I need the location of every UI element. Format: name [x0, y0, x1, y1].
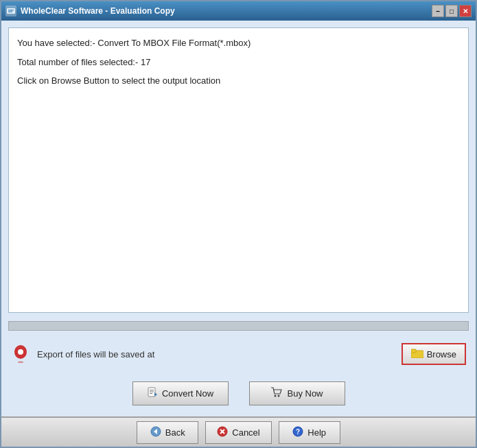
progress-bar-container: [8, 321, 469, 331]
cancel-label: Cancel: [232, 427, 259, 438]
app-icon: [5, 5, 16, 16]
progress-section: [8, 318, 469, 333]
content-area: You have selected:- Convert To MBOX File…: [1, 21, 476, 416]
svg-rect-2: [8, 10, 14, 11]
back-icon: [150, 426, 161, 439]
browse-label: Export of files will be saved at: [37, 349, 395, 359]
restore-button[interactable]: □: [445, 5, 458, 17]
minimize-button[interactable]: –: [432, 5, 444, 17]
app-window: WholeClear Software - Evaluation Copy – …: [0, 0, 477, 448]
window-title: WholeClear Software - Evaluation Copy: [21, 6, 432, 16]
location-pin-icon: [11, 344, 30, 364]
back-label: Back: [165, 427, 185, 438]
svg-point-5: [18, 349, 23, 355]
cart-icon: [270, 387, 283, 400]
browse-button-label: Browse: [427, 349, 456, 359]
svg-point-16: [278, 395, 280, 397]
svg-point-7: [18, 362, 23, 364]
convert-doc-icon: [147, 387, 158, 400]
svg-rect-1: [7, 8, 15, 14]
browse-row: Export of files will be saved at Browse: [8, 339, 469, 369]
buy-now-label: Buy Now: [287, 388, 323, 399]
nav-bar: Back Cancel ? Help: [1, 416, 476, 447]
info-line-2: Total number of files selected:- 17: [17, 56, 460, 69]
svg-rect-9: [411, 349, 416, 353]
svg-marker-14: [154, 392, 157, 397]
convert-now-label: Convert Now: [162, 388, 213, 399]
buy-now-button[interactable]: Buy Now: [249, 381, 345, 405]
svg-rect-11: [150, 390, 154, 390]
convert-now-button[interactable]: Convert Now: [132, 381, 229, 405]
svg-rect-13: [150, 393, 152, 394]
title-bar: WholeClear Software - Evaluation Copy – …: [1, 1, 476, 21]
cancel-icon: [217, 426, 228, 439]
help-button[interactable]: ? Help: [279, 421, 340, 444]
cancel-button[interactable]: Cancel: [205, 421, 271, 444]
svg-point-15: [275, 395, 277, 397]
info-line-1: You have selected:- Convert To MBOX File…: [17, 36, 460, 50]
svg-text:?: ?: [296, 428, 300, 436]
window-controls: – □ ✕: [432, 5, 472, 17]
help-label: Help: [307, 427, 326, 438]
info-box: You have selected:- Convert To MBOX File…: [8, 27, 469, 313]
action-buttons-row: Convert Now Buy Now: [8, 375, 469, 410]
help-icon: ?: [292, 426, 303, 439]
svg-rect-12: [150, 392, 154, 392]
info-line-3: Click on Browse Button to select the out…: [17, 74, 460, 88]
browse-button[interactable]: Browse: [402, 343, 466, 365]
browse-folder-icon: [411, 348, 423, 360]
close-button[interactable]: ✕: [459, 5, 472, 17]
back-button[interactable]: Back: [137, 421, 198, 444]
svg-rect-3: [8, 12, 12, 13]
